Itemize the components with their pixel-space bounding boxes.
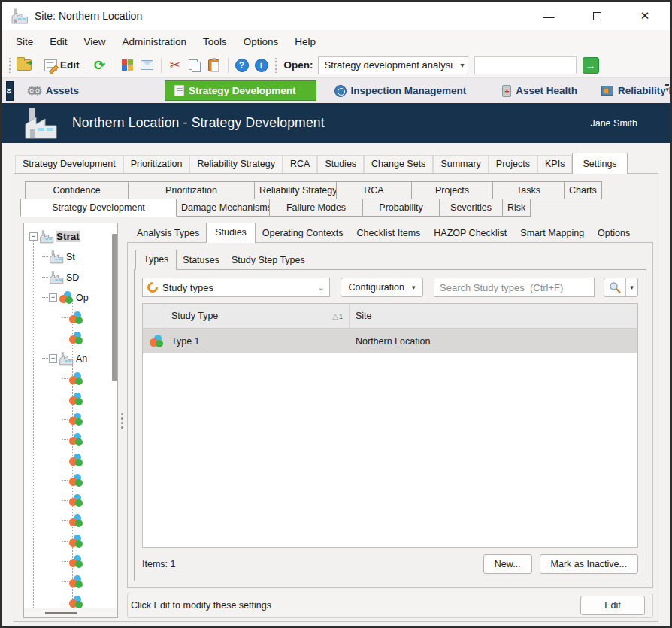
tree-item[interactable]: − [27, 389, 117, 409]
main-tab[interactable]: Summary [433, 155, 488, 173]
tree-collapse-icon[interactable]: − [49, 354, 57, 363]
settings-tab[interactable]: Strategy Development [20, 199, 177, 217]
tree-item[interactable]: − [27, 551, 117, 572]
refresh-button[interactable]: ⟳ [90, 56, 110, 75]
search-input[interactable] [434, 278, 595, 297]
help-button[interactable]: ? [232, 56, 252, 75]
study-type-column-header[interactable]: Study Type △ 1 [165, 304, 350, 328]
settings-tab[interactable]: Probability [362, 199, 440, 217]
tree-item[interactable]: − [27, 247, 117, 267]
settings-tab[interactable]: Projects [411, 181, 493, 199]
menu-item[interactable]: Site [8, 32, 41, 51]
settings-tab[interactable]: Tasks [492, 181, 565, 199]
inner-tab[interactable]: Checklist Items [350, 224, 428, 242]
module-strategy-development[interactable]: Strategy Development [165, 80, 316, 101]
tree-item[interactable]: − [27, 409, 117, 429]
settings-tab[interactable]: Severities [439, 199, 503, 217]
maximize-button[interactable] [586, 6, 607, 26]
settings-tab[interactable]: Failure Modes [269, 199, 363, 217]
send-button[interactable] [138, 56, 157, 75]
panel-splitter[interactable] [118, 223, 126, 618]
studies-sub-tab[interactable]: Types [135, 250, 177, 270]
site-column-header[interactable]: Site [350, 304, 637, 328]
module-reliability-program[interactable]: Reliability Program [594, 80, 672, 101]
tree-item[interactable]: − [27, 531, 117, 551]
windows-tool-button[interactable] [118, 56, 138, 75]
new-button[interactable]: New... [483, 554, 532, 574]
search-button[interactable]: ▾ [604, 278, 638, 297]
toolbar-grip[interactable] [274, 58, 278, 73]
main-tab[interactable]: Reliability Strategy [189, 155, 283, 173]
tree-collapse-icon[interactable]: − [49, 293, 57, 302]
main-tab[interactable]: Change Sets [364, 155, 433, 173]
toolbar-text-input[interactable] [474, 56, 577, 74]
module-inspection-management[interactable]: Inspection Management [327, 80, 474, 101]
mark-as-inactive-button[interactable]: Mark as Inactive... [540, 554, 638, 574]
edit-button[interactable]: Edit [42, 56, 82, 75]
search-options-arrow[interactable]: ▾ [625, 278, 637, 296]
menu-item[interactable]: Tools [195, 32, 235, 51]
main-tab[interactable]: Strategy Development [15, 155, 123, 173]
tree-item[interactable]: − [27, 592, 117, 608]
main-tab[interactable]: Prioritization [123, 155, 190, 173]
close-button[interactable]: ✕ [634, 6, 655, 26]
inner-tab[interactable]: Studies [206, 223, 256, 243]
tree-item[interactable]: − [27, 308, 117, 328]
settings-tab[interactable]: Confidence [25, 181, 129, 199]
settings-tab[interactable]: Charts [564, 181, 602, 199]
tree-vertical-scrollbar[interactable] [112, 234, 117, 381]
go-button[interactable]: → [583, 57, 599, 74]
main-tab[interactable]: RCA [283, 155, 317, 173]
studies-sub-tab[interactable]: Statuses [177, 252, 226, 269]
paste-button[interactable] [204, 56, 224, 75]
main-tab[interactable]: KPIs [537, 155, 572, 173]
copy-button[interactable] [185, 56, 204, 75]
tree-item[interactable]: − [27, 572, 117, 592]
tree-item[interactable]: − [27, 450, 117, 470]
category-select[interactable]: Study types ⌄ [142, 278, 330, 297]
toolbar-grip[interactable] [8, 58, 11, 73]
menu-item[interactable]: View [76, 32, 114, 51]
table-row[interactable]: Type 1 Northern Location [143, 329, 637, 353]
tree-item[interactable]: − [27, 267, 117, 287]
info-button[interactable]: i [252, 56, 271, 75]
menu-item[interactable]: Options [235, 32, 287, 51]
tree-horizontal-scrollbar[interactable] [24, 608, 117, 617]
cut-button[interactable]: ✂ [165, 56, 185, 75]
menu-item[interactable]: Administration [114, 32, 195, 51]
menu-item[interactable]: Help [286, 32, 324, 51]
main-tab[interactable]: Projects [489, 155, 537, 173]
inner-tab[interactable]: HAZOP Checklist [427, 224, 513, 242]
module-asset-health[interactable]: Asset Health [495, 80, 585, 101]
footer-edit-button[interactable]: Edit [580, 596, 645, 615]
tree-item[interactable]: − [27, 470, 117, 490]
main-tab[interactable]: Settings [572, 153, 627, 174]
inner-tab[interactable]: Analysis Types [130, 224, 206, 242]
menu-item[interactable]: Edit [41, 32, 75, 51]
configuration-dropdown[interactable]: Configuration ▾ [341, 278, 423, 297]
settings-tab[interactable]: Damage Mechanisms [176, 199, 270, 217]
settings-tab[interactable]: Risk [502, 199, 531, 217]
tree-item[interactable]: − [27, 490, 117, 511]
tree-item[interactable]: − [27, 429, 117, 450]
studies-sub-tab[interactable]: Study Step Types [226, 252, 311, 269]
tree-item[interactable]: − [27, 226, 117, 247]
scrollbar-thumb[interactable] [45, 612, 77, 614]
inner-tab[interactable]: Operating Contexts [256, 224, 350, 242]
main-tab[interactable]: Studies [317, 155, 364, 173]
minimize-button[interactable]: — [538, 6, 559, 26]
tree-item[interactable]: − [27, 328, 117, 348]
inner-tab[interactable]: Options [591, 224, 637, 242]
module-assets[interactable]: ⚙⚙ Assets [20, 80, 86, 101]
settings-tab[interactable]: Prioritization [128, 181, 255, 199]
open-site-button[interactable] [14, 56, 34, 75]
settings-tab[interactable]: RCA [336, 181, 412, 199]
inner-tab[interactable]: Smart Mapping [513, 224, 591, 242]
collapse-modules-button[interactable]: » [6, 81, 14, 101]
tree-collapse-icon[interactable]: − [29, 232, 38, 241]
settings-tab[interactable]: Reliability Strategy [254, 181, 337, 199]
module-overflow-icon[interactable]: ▾ [665, 84, 669, 94]
tree-item[interactable]: − [27, 369, 117, 389]
tree-item[interactable]: − [27, 511, 117, 531]
open-analysis-select[interactable]: Strategy development analysi ▾ [318, 56, 468, 74]
